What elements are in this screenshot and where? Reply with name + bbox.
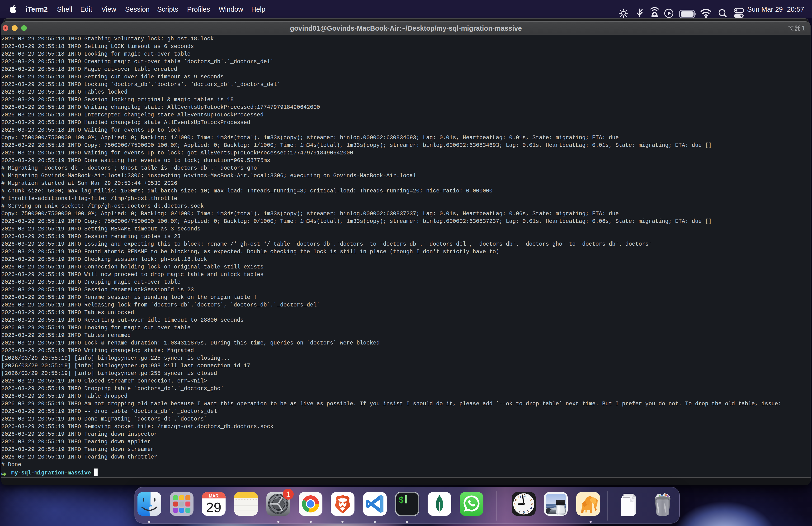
svg-text:3: 3 xyxy=(531,502,533,506)
svg-text:1: 1 xyxy=(527,495,529,499)
svg-text:2: 2 xyxy=(530,498,532,502)
svg-text:$: $ xyxy=(398,496,404,505)
svg-text:6: 6 xyxy=(523,511,525,514)
svg-text:MAR: MAR xyxy=(209,494,219,498)
svg-text:4: 4 xyxy=(530,506,532,510)
svg-text:5: 5 xyxy=(527,509,529,513)
svg-text:7: 7 xyxy=(519,509,520,513)
svg-text:11: 11 xyxy=(518,495,521,499)
svg-text:8: 8 xyxy=(516,506,517,510)
svg-text:29: 29 xyxy=(206,500,221,515)
svg-text:9: 9 xyxy=(514,502,516,506)
